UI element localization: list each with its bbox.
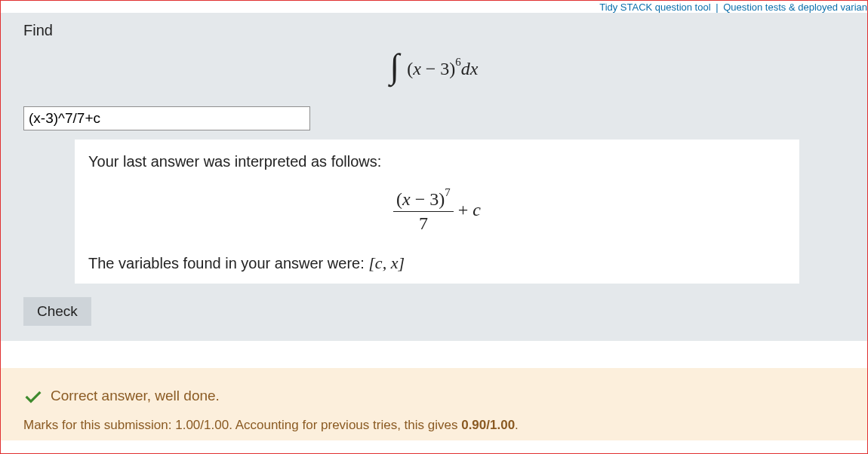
link-tidy-tool[interactable]: Tidy STACK question tool (599, 2, 710, 13)
num-const-3: 3 (429, 189, 439, 209)
const-3: 3 (440, 59, 449, 78)
integrand: (x − 3)6dx (407, 58, 478, 79)
fraction-numerator: (x − 3)7 (393, 189, 454, 212)
answer-input[interactable] (23, 106, 310, 130)
page-root: Tidy STACK question tool | Question test… (0, 0, 868, 454)
marks-mid: . Accounting for previous tries, this gi… (229, 418, 461, 432)
differential-dx: dx (461, 59, 479, 78)
marks-post: . (515, 418, 519, 432)
fraction-denominator: 7 (393, 212, 454, 234)
check-button[interactable]: Check (23, 297, 91, 326)
num-paren-open: ( (396, 189, 402, 209)
constant-c: c (472, 200, 481, 219)
marks-value: 1.00/1.00 (175, 418, 229, 432)
num-exp-7: 7 (445, 186, 450, 198)
feedback-vars-line: The variables found in your answer were:… (88, 253, 786, 273)
result-marks-line: Marks for this submission: 1.00/1.00. Ac… (23, 418, 845, 433)
result-box: Correct answer, well done. Marks for thi… (1, 368, 867, 440)
fraction: (x − 3)7 7 (393, 189, 454, 234)
exponent-6: 6 (455, 56, 460, 68)
var-x: x (413, 59, 421, 78)
question-integral: ∫ (x − 3)6dx (23, 53, 845, 84)
check-icon (23, 386, 43, 406)
top-links: Tidy STACK question tool | Question test… (1, 1, 867, 13)
feedback-expression: (x − 3)7 7 + c (88, 189, 786, 234)
link-question-tests[interactable]: Question tests & deployed varian (723, 2, 867, 13)
num-var-x: x (402, 189, 411, 209)
feedback-intro: Your last answer was interpreted as foll… (88, 153, 786, 170)
question-area: Find ∫ (x − 3)6dx Your last answer was i… (1, 13, 867, 341)
num-minus: − (411, 189, 430, 209)
marks-pre: Marks for this submission: (23, 418, 175, 432)
feedback-box: Your last answer was interpreted as foll… (75, 140, 799, 284)
integral-sign-icon: ∫ (390, 51, 400, 81)
paren-open: ( (407, 59, 413, 78)
result-correct-text: Correct answer, well done. (51, 388, 220, 404)
minus: − (421, 59, 441, 78)
result-correct-line: Correct answer, well done. (23, 386, 845, 406)
link-separator: | (713, 2, 720, 13)
question-prompt: Find (23, 22, 845, 39)
marks-final: 0.90/1.00 (461, 418, 515, 432)
vars-intro: The variables found in your answer were: (88, 255, 368, 271)
vars-list: [c, x] (368, 253, 405, 272)
plus-sign: + (458, 200, 473, 219)
